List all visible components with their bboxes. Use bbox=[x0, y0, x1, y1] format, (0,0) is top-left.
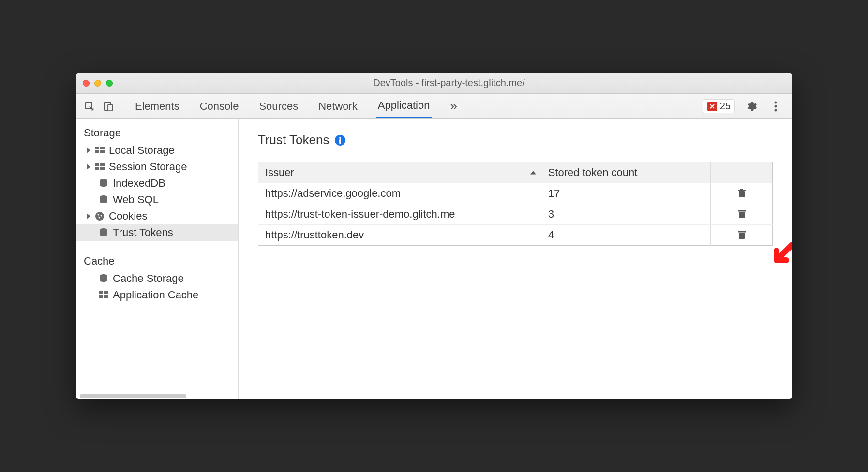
info-icon[interactable] bbox=[335, 135, 345, 146]
device-toolbar-icon[interactable] bbox=[100, 99, 116, 114]
grid-icon bbox=[98, 290, 109, 300]
grid-icon bbox=[94, 162, 105, 172]
error-count: 25 bbox=[720, 101, 731, 112]
svg-point-3 bbox=[775, 101, 777, 103]
sidebar-item-label: Cache Storage bbox=[113, 272, 184, 285]
sidebar-divider bbox=[76, 312, 238, 312]
sidebar-item-label: IndexedDB bbox=[113, 177, 165, 190]
delete-button[interactable] bbox=[718, 210, 765, 219]
tab-elements[interactable]: Elements bbox=[133, 94, 181, 118]
database-icon bbox=[98, 273, 109, 284]
sidebar-item-local-storage[interactable]: Local Storage bbox=[76, 142, 238, 159]
svg-point-17 bbox=[98, 214, 99, 216]
close-window-button[interactable] bbox=[83, 80, 90, 87]
svg-rect-31 bbox=[739, 212, 745, 218]
cell-issuer: https://adservice.google.com bbox=[258, 183, 541, 204]
sidebar-item-label: Application Cache bbox=[113, 289, 198, 301]
sort-ascending-icon bbox=[530, 171, 536, 175]
panel-tabs: Elements Console Sources Network Applica… bbox=[133, 94, 700, 118]
sidebar-item-label: Session Storage bbox=[109, 161, 187, 173]
table-row[interactable]: https://trusttoken.dev 4 bbox=[258, 225, 773, 246]
panel-body: Storage Local Storage Session Storage In… bbox=[76, 119, 792, 399]
svg-rect-28 bbox=[739, 191, 745, 197]
table-row[interactable]: https://adservice.google.com 17 bbox=[258, 183, 773, 204]
zoom-window-button[interactable] bbox=[106, 80, 113, 87]
svg-rect-2 bbox=[108, 104, 112, 111]
svg-point-19 bbox=[99, 217, 100, 219]
cell-issuer: https://trust-token-issuer-demo.glitch.m… bbox=[258, 204, 541, 225]
chevron-right-icon bbox=[87, 213, 90, 219]
svg-rect-30 bbox=[740, 189, 743, 190]
trash-icon bbox=[738, 210, 746, 219]
svg-rect-24 bbox=[99, 295, 103, 298]
sidebar-item-cookies[interactable]: Cookies bbox=[76, 208, 238, 224]
column-header-issuer[interactable]: Issuer bbox=[258, 162, 541, 183]
window-title: DevTools - first-party-test.glitch.me/ bbox=[113, 77, 785, 88]
column-header-delete bbox=[711, 162, 773, 183]
minimize-window-button[interactable] bbox=[94, 80, 101, 87]
trash-icon bbox=[738, 231, 746, 239]
tab-application[interactable]: Application bbox=[376, 94, 432, 118]
sidebar-item-label: Cookies bbox=[109, 210, 147, 222]
cell-count: 4 bbox=[541, 225, 711, 246]
svg-rect-13 bbox=[100, 167, 105, 170]
svg-point-16 bbox=[95, 212, 104, 221]
svg-rect-23 bbox=[104, 291, 108, 294]
grid-icon bbox=[94, 145, 105, 156]
chevron-right-icon bbox=[87, 148, 90, 153]
tab-network[interactable]: Network bbox=[316, 94, 359, 118]
delete-button[interactable] bbox=[718, 231, 765, 239]
more-menu-icon[interactable] bbox=[768, 99, 783, 114]
svg-rect-9 bbox=[100, 150, 105, 153]
application-sidebar[interactable]: Storage Local Storage Session Storage In… bbox=[76, 119, 239, 399]
svg-rect-12 bbox=[95, 167, 99, 170]
titlebar: DevTools - first-party-test.glitch.me/ bbox=[76, 73, 792, 94]
sidebar-item-session-storage[interactable]: Session Storage bbox=[76, 159, 238, 175]
tab-sources[interactable]: Sources bbox=[257, 94, 300, 118]
delete-button[interactable] bbox=[718, 189, 765, 198]
devtools-window: DevTools - first-party-test.glitch.me/ E… bbox=[76, 73, 792, 399]
main-panel: Trust Tokens Issuer Stored token count bbox=[239, 119, 792, 399]
svg-rect-11 bbox=[100, 163, 105, 166]
error-icon bbox=[707, 102, 717, 111]
tab-console[interactable]: Console bbox=[198, 94, 241, 118]
svg-rect-27 bbox=[340, 139, 342, 144]
sidebar-item-trust-tokens[interactable]: Trust Tokens bbox=[76, 224, 238, 241]
sidebar-item-label: Local Storage bbox=[109, 144, 175, 157]
cell-count: 3 bbox=[541, 204, 711, 225]
svg-point-18 bbox=[101, 215, 102, 217]
tab-overflow[interactable]: » bbox=[448, 94, 459, 118]
svg-point-26 bbox=[339, 137, 341, 139]
traffic-lights bbox=[83, 80, 113, 87]
trash-icon bbox=[738, 189, 746, 198]
error-badge[interactable]: 25 bbox=[703, 99, 735, 113]
panel-heading: Trust Tokens bbox=[258, 133, 773, 148]
sidebar-section-cache: Cache bbox=[76, 247, 238, 270]
database-icon bbox=[98, 227, 109, 238]
svg-rect-10 bbox=[95, 163, 99, 166]
sidebar-item-application-cache[interactable]: Application Cache bbox=[76, 287, 238, 303]
sidebar-item-websql[interactable]: Web SQL bbox=[76, 192, 238, 208]
trust-tokens-table: Issuer Stored token count https://adserv… bbox=[258, 162, 773, 246]
svg-point-5 bbox=[775, 109, 777, 111]
cell-issuer: https://trusttoken.dev bbox=[258, 225, 541, 246]
svg-rect-33 bbox=[740, 210, 743, 211]
database-icon bbox=[98, 194, 109, 205]
sidebar-item-cache-storage[interactable]: Cache Storage bbox=[76, 270, 238, 287]
chevron-right-icon bbox=[87, 164, 90, 170]
table-row[interactable]: https://trust-token-issuer-demo.glitch.m… bbox=[258, 204, 773, 225]
sidebar-item-label: Trust Tokens bbox=[113, 226, 173, 239]
horizontal-scrollbar[interactable] bbox=[80, 394, 186, 398]
svg-rect-36 bbox=[740, 231, 743, 232]
tabbar-right: 25 bbox=[703, 99, 786, 114]
sidebar-section-storage: Storage bbox=[76, 119, 238, 142]
database-icon bbox=[98, 178, 109, 189]
inspect-element-icon[interactable] bbox=[82, 99, 97, 114]
annotation-arrow-icon bbox=[768, 240, 792, 271]
svg-rect-6 bbox=[95, 147, 99, 149]
devtools-tabbar: Elements Console Sources Network Applica… bbox=[76, 94, 792, 119]
sidebar-item-indexeddb[interactable]: IndexedDB bbox=[76, 175, 238, 192]
column-header-count[interactable]: Stored token count bbox=[541, 162, 711, 183]
settings-icon[interactable] bbox=[744, 99, 759, 114]
svg-point-4 bbox=[775, 105, 777, 107]
